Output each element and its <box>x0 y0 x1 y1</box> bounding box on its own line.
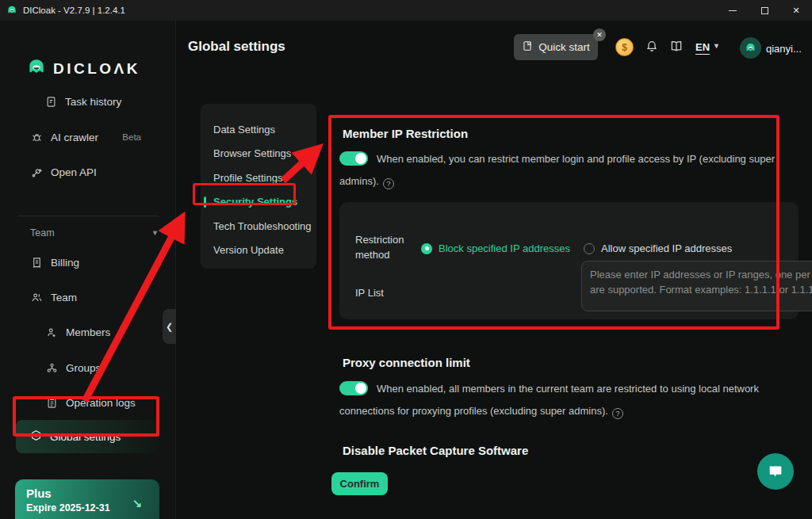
confirm-button[interactable]: Confirm <box>331 472 388 495</box>
chat-bubble-icon <box>767 463 784 480</box>
sidebar-divider <box>17 216 159 216</box>
menu-item-label: Security Settings <box>213 196 297 208</box>
minimize-icon <box>729 10 737 11</box>
receipt-icon <box>30 257 43 269</box>
menu-item-label: Version Update <box>213 244 284 256</box>
close-button[interactable]: ✕ <box>780 0 812 21</box>
proxy-limit-title: Proxy connection limit <box>343 356 470 369</box>
member-icon <box>45 326 58 338</box>
arrow-right-icon: ↘ <box>132 497 142 511</box>
sidebar-item-operation-logs[interactable]: Operation logs <box>0 391 176 414</box>
radio-allow-label: Allow specified IP addresses <box>601 242 732 254</box>
group-icon <box>45 362 58 374</box>
menu-item-label: Profile Settings <box>213 172 282 184</box>
minimize-button[interactable] <box>717 0 749 21</box>
sidebar: DICLOΛK Task history AI crawler Beta Ope… <box>0 21 176 519</box>
maximize-button[interactable] <box>749 0 780 21</box>
sidebar-item-ai-crawler[interactable]: AI crawler Beta <box>0 125 176 149</box>
titlebar: DICloak - V2.7.9 | 1.2.4.1 ✕ <box>0 0 812 21</box>
sidebar-item-label: Billing <box>51 257 79 269</box>
quick-start-label: Quick start <box>538 41 590 53</box>
menu-item-tech-troubleshooting[interactable]: Tech Troubleshooting <box>201 214 316 239</box>
chat-support-button[interactable] <box>757 453 794 490</box>
sidebar-item-label: AI crawler <box>51 132 98 143</box>
help-icon[interactable]: ? <box>612 408 623 419</box>
guide-book-icon <box>522 40 533 54</box>
sidebar-item-label: Operation logs <box>66 397 136 409</box>
radio-unselected-icon <box>584 243 595 254</box>
sidebar-item-label: Task history <box>65 96 121 108</box>
menu-item-label: Tech Troubleshooting <box>213 220 312 232</box>
sidebar-item-billing[interactable]: Billing <box>0 250 176 274</box>
radio-selected-icon <box>421 243 432 254</box>
chevron-down-icon: ▼ <box>713 42 720 50</box>
ip-list-label: IP List <box>355 285 384 300</box>
people-icon <box>30 292 43 303</box>
menu-item-security-settings[interactable]: Security Settings <box>201 190 316 215</box>
sidebar-item-task-history[interactable]: Task history <box>0 90 176 113</box>
bell-icon[interactable] <box>645 40 658 55</box>
close-icon: ✕ <box>792 6 799 16</box>
settings-icon <box>30 429 42 444</box>
coin-symbol: $ <box>622 42 627 53</box>
plan-card[interactable]: Plus Expire 2025-12-31 ↘ <box>15 479 159 519</box>
member-ip-description-row: When enabled, you can restrict member lo… <box>339 148 777 193</box>
proxy-limit-description-row: When enabled, all members in the current… <box>339 378 783 422</box>
sidebar-item-members[interactable]: Members <box>0 320 176 344</box>
menu-item-data-settings[interactable]: Data Settings <box>201 117 316 142</box>
radio-block-label: Block specified IP addresses <box>439 242 570 254</box>
menu-item-label: Data Settings <box>213 124 275 135</box>
sidebar-item-label: Groups <box>66 362 101 374</box>
packet-capture-title: Disable Packet Capture Software <box>343 444 528 457</box>
menu-item-version-update[interactable]: Version Update <box>201 239 316 263</box>
member-ip-description: When enabled, you can restrict member lo… <box>339 153 775 187</box>
toggle-knob <box>355 153 366 164</box>
docs-book-icon[interactable] <box>669 40 684 55</box>
ip-list-input[interactable] <box>581 261 812 311</box>
document-icon <box>44 96 57 108</box>
sidebar-item-label: Members <box>66 326 110 338</box>
toggle-knob <box>355 383 366 394</box>
user-name[interactable]: qianyi... <box>766 43 802 55</box>
sidebar-item-label: Global settings <box>50 431 121 443</box>
coin-icon[interactable]: $ <box>615 38 634 56</box>
app-logo-icon <box>6 5 17 16</box>
page-title: Global settings <box>188 39 285 55</box>
sidebar-item-label: Team <box>51 292 77 303</box>
brand-mask-icon <box>26 57 47 81</box>
sidebar-item-open-api[interactable]: Open API <box>0 160 176 184</box>
main-content: Global settings Quick start ✕ $ EN ▼ qia… <box>177 21 812 519</box>
clipboard-icon <box>45 397 58 409</box>
plan-name: Plus <box>26 487 148 500</box>
proxy-limit-description: When enabled, all members in the current… <box>339 383 759 417</box>
brand-logo: DICLOΛK <box>26 57 140 81</box>
bug-icon <box>30 132 43 143</box>
member-ip-title: Member IP Restriction <box>343 127 468 140</box>
proxy-limit-toggle[interactable] <box>339 381 368 395</box>
member-ip-toggle[interactable] <box>339 151 368 166</box>
menu-item-label: Browser Settings <box>213 147 291 159</box>
radio-allow-option[interactable]: Allow specified IP addresses <box>584 242 732 254</box>
beta-badge: Beta <box>122 132 141 142</box>
sidebar-section-team[interactable]: Team ▼ <box>30 227 159 239</box>
user-avatar[interactable] <box>740 37 761 59</box>
settings-menu: Data Settings Browser Settings Profile S… <box>201 104 316 269</box>
menu-item-profile-settings[interactable]: Profile Settings <box>201 166 316 190</box>
sidebar-item-team[interactable]: Team <box>0 285 176 309</box>
sidebar-item-label: Open API <box>51 166 97 178</box>
menu-item-browser-settings[interactable]: Browser Settings <box>201 142 316 166</box>
quick-start-close-icon[interactable]: ✕ <box>593 29 606 41</box>
restriction-method-label: Restriction method <box>355 232 416 262</box>
sidebar-item-global-settings[interactable]: Global settings <box>16 420 157 453</box>
quick-start-button[interactable]: Quick start <box>514 34 598 60</box>
plan-expire: Expire 2025-12-31 <box>26 502 148 513</box>
sidebar-item-groups[interactable]: Groups <box>0 356 176 380</box>
radio-block-option[interactable]: Block specified IP addresses <box>421 242 570 254</box>
sidebar-collapse-handle[interactable]: ❮ <box>163 309 176 344</box>
brand-wordmark: DICLOΛK <box>53 60 140 78</box>
window-title: DICloak - V2.7.9 | 1.2.4.1 <box>23 6 125 15</box>
language-selector[interactable]: EN <box>695 41 710 55</box>
help-icon[interactable]: ? <box>383 178 394 189</box>
maximize-icon <box>761 7 768 14</box>
ip-restriction-panel: Restriction method Block specified IP ad… <box>339 202 799 319</box>
